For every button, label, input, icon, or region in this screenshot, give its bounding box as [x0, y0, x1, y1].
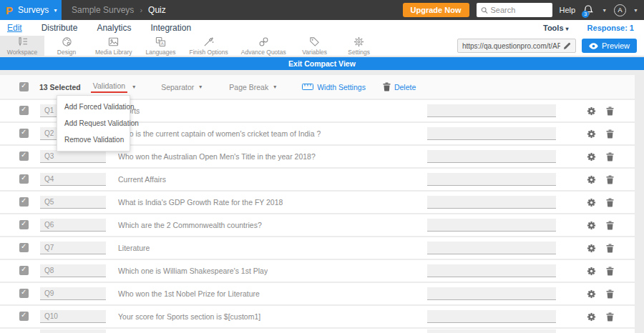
row-checkbox[interactable]	[19, 243, 29, 252]
surveys-product-switcher[interactable]: P Surveys ▾	[0, 0, 62, 20]
tab-integration[interactable]: Integration	[150, 23, 191, 33]
question-code-input[interactable]	[40, 173, 106, 186]
question-code-input[interactable]	[40, 219, 106, 232]
exit-compact-view-bar[interactable]: Exit Compact View	[0, 57, 644, 70]
toolbar-item-variables[interactable]: Variables	[293, 36, 337, 56]
row-settings-button[interactable]	[587, 129, 596, 141]
notifications-button[interactable]: 3	[582, 4, 595, 16]
toolbar-item-media-library[interactable]: Media Library	[89, 36, 139, 56]
row-delete-button[interactable]	[606, 106, 614, 119]
width-settings-button[interactable]: Width Settings	[302, 83, 366, 91]
question-code-input[interactable]	[40, 196, 106, 209]
select-all-checkbox[interactable]	[19, 82, 29, 91]
eye-icon	[589, 43, 598, 49]
row-checkbox[interactable]	[19, 151, 29, 161]
breadcrumb-separator-icon: ›	[140, 6, 142, 14]
question-value-input[interactable]	[427, 264, 556, 277]
survey-url-field[interactable]: https://qa.questionpro.com/t/APNrFZeY	[457, 39, 576, 53]
toolbar-item-workspace[interactable]: Workspace	[0, 36, 44, 56]
row-settings-button[interactable]	[587, 243, 596, 256]
chevron-down-icon: ▼	[633, 8, 638, 13]
row-checkbox[interactable]	[19, 312, 29, 321]
search-input[interactable]	[491, 6, 548, 14]
tab-distribute[interactable]: Distribute	[42, 23, 78, 33]
question-code-input[interactable]	[40, 310, 106, 323]
row-checkbox[interactable]	[19, 174, 29, 184]
question-text: Who won the Australian Open Men's Title …	[118, 146, 316, 167]
toolbar-item-settings[interactable]: Settings	[337, 36, 381, 56]
question-value-input[interactable]	[427, 310, 556, 323]
row-delete-button[interactable]	[606, 129, 614, 141]
tab-analytics[interactable]: Analytics	[97, 23, 131, 33]
row-checkbox[interactable]	[19, 220, 29, 229]
row-settings-button[interactable]	[587, 174, 596, 187]
row-delete-button[interactable]	[606, 220, 614, 233]
row-settings-button[interactable]	[587, 106, 596, 119]
toolbar-item-languages[interactable]: AaLanguages	[139, 36, 183, 56]
breadcrumb-parent[interactable]: Sample Surveys	[72, 5, 134, 15]
gear-icon	[587, 175, 596, 184]
question-code-input[interactable]	[40, 150, 106, 163]
response-count-link[interactable]: Response: 1	[587, 24, 634, 32]
row-checkbox[interactable]	[19, 289, 29, 298]
row-delete-button[interactable]	[606, 174, 614, 187]
toolbar-item-label: Languages	[145, 49, 175, 56]
question-value-input[interactable]	[427, 219, 556, 232]
question-code-input[interactable]	[40, 329, 106, 333]
question-value-input[interactable]	[427, 329, 556, 333]
languages-icon: Aa	[155, 36, 166, 47]
question-code-input[interactable]	[40, 287, 106, 300]
row-settings-button[interactable]	[587, 197, 596, 210]
question-code-input[interactable]	[40, 264, 106, 277]
row-delete-button[interactable]	[606, 312, 614, 324]
toolbar-item-finish-options[interactable]: Finish Options	[183, 36, 235, 56]
bulk-dropdown-validation[interactable]: Validation▾	[91, 81, 135, 93]
toolbar-item-advance-quotas[interactable]: Advance Quotas	[235, 36, 293, 56]
edit-pencil-icon[interactable]	[563, 42, 571, 50]
question-row-partial	[0, 329, 635, 333]
question-row: Which one is William Shakespeare's 1st P…	[0, 260, 635, 282]
bulk-dropdown-separator[interactable]: Separator▾	[161, 83, 202, 91]
chevron-down-icon: ▼	[602, 8, 607, 13]
tools-menu[interactable]: Tools ▾	[543, 24, 569, 32]
search-box[interactable]	[477, 3, 552, 17]
ruler-icon	[302, 84, 313, 90]
row-settings-button[interactable]	[587, 266, 596, 279]
row-settings-button[interactable]	[587, 151, 596, 164]
row-checkbox[interactable]	[19, 106, 29, 115]
question-value-input[interactable]	[427, 104, 556, 117]
trash-icon	[606, 129, 614, 139]
question-value-input[interactable]	[427, 150, 556, 163]
menu-item-remove-validation[interactable]: Remove Validation	[57, 131, 130, 148]
row-settings-button[interactable]	[587, 289, 596, 302]
help-link[interactable]: Help	[560, 6, 576, 14]
tab-edit[interactable]: Edit	[7, 23, 22, 33]
question-value-input[interactable]	[427, 127, 556, 140]
row-checkbox[interactable]	[19, 266, 29, 275]
row-delete-button[interactable]	[606, 151, 614, 164]
row-checkbox[interactable]	[19, 197, 29, 207]
row-checkbox[interactable]	[19, 129, 29, 138]
question-code-input[interactable]	[40, 242, 106, 254]
avatar[interactable]: A	[614, 4, 626, 16]
upgrade-now-button[interactable]: Upgrade Now	[403, 3, 469, 17]
toolbar-item-design[interactable]: Design	[44, 36, 89, 56]
question-value-input[interactable]	[427, 196, 556, 209]
row-settings-button[interactable]	[587, 220, 596, 233]
bulk-delete-button[interactable]: Delete	[383, 82, 416, 91]
row-delete-button[interactable]	[606, 289, 614, 302]
row-settings-button[interactable]	[587, 312, 596, 324]
question-value-input[interactable]	[427, 242, 556, 254]
question-value-input[interactable]	[427, 287, 556, 300]
question-text: Literature	[118, 237, 150, 259]
question-text: Who won the 1st Nobel Prize for Literatu…	[118, 283, 260, 304]
row-delete-button[interactable]	[606, 197, 614, 210]
row-delete-button[interactable]	[606, 243, 614, 256]
top-bar: P Surveys ▾ Sample Surveys › Quiz Upgrad…	[0, 0, 644, 20]
menu-item-add-forced-validation[interactable]: Add Forced Validation	[57, 99, 130, 115]
bulk-dropdown-page-break[interactable]: Page Break▾	[229, 83, 276, 91]
row-delete-button[interactable]	[606, 266, 614, 279]
preview-button[interactable]: Preview	[582, 39, 637, 53]
question-value-input[interactable]	[427, 173, 556, 186]
menu-item-add-request-validation[interactable]: Add Request Validation	[57, 115, 130, 131]
